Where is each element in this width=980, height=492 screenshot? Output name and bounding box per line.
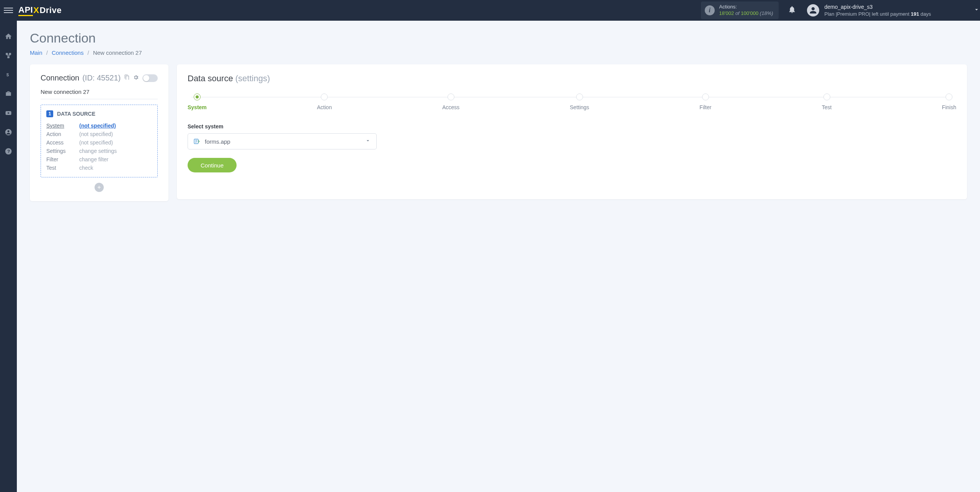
ds-row-value: (not specified) [79,139,152,146]
svg-point-6 [8,130,10,132]
data-source-title: DATA SOURCE [57,111,95,117]
step-label: Finish [942,104,956,110]
panel-heading: Data source (settings) [188,74,956,84]
actions-label: Actions: [719,4,773,10]
copy-icon[interactable] [124,74,130,82]
add-destination-button[interactable]: + [95,183,104,192]
continue-button[interactable]: Continue [188,158,237,172]
data-source-rows: System(not specified)Action(not specifie… [46,123,152,171]
svg-rect-1 [9,53,11,55]
connection-id: (ID: 45521) [82,74,121,82]
nav-video-icon[interactable] [4,109,13,117]
wizard-stepper: SystemActionAccessSettingsFilterTestFini… [188,93,956,110]
svg-rect-0 [6,53,8,55]
user-block[interactable]: demo_apix-drive_s3 Plan |Premium PRO| le… [825,3,931,17]
nav-account-icon[interactable] [4,128,13,136]
left-sidebar: $ ? [0,21,17,492]
connection-summary-card: Connection (ID: 45521) New connection 27… [30,64,168,201]
step-label: Action [317,104,332,110]
connection-toggle[interactable] [142,74,158,82]
data-source-settings-card: Data source (settings) SystemActionAcces… [177,64,967,199]
step-finish[interactable]: Finish [942,93,956,110]
actions-usage-box[interactable]: i Actions: 18'002 of 100'000 (18%) [701,2,779,19]
ds-row-key: Action [46,131,79,137]
ds-row-value: change filter [79,156,152,162]
step-dot [823,93,830,100]
system-select[interactable]: forms.app [188,133,377,149]
system-select-value: forms.app [205,138,360,145]
svg-rect-2 [8,56,10,58]
nav-help-icon[interactable]: ? [4,147,13,156]
step-label: Test [822,104,832,110]
step-filter[interactable]: Filter [699,93,711,110]
connection-name: New connection 27 [41,89,158,99]
nav-connections-icon[interactable] [4,51,13,60]
ds-row-value[interactable]: (not specified) [79,123,152,129]
ds-row-value: check [79,165,152,171]
step-dot [702,93,709,100]
step-dot [576,93,583,100]
app-header: APIXDrive i Actions: 18'002 of 100'000 (… [0,0,980,21]
user-plan: Plan |Premium PRO| left until payment 19… [825,11,931,18]
forms-app-icon [193,138,200,145]
step-action[interactable]: Action [317,93,332,110]
ds-row-key: Access [46,139,79,146]
step-dot [946,93,952,100]
step-test[interactable]: Test [822,93,832,110]
menu-toggle-button[interactable] [4,6,13,15]
ds-row-key[interactable]: System [46,123,79,129]
ds-row-value: (not specified) [79,131,152,137]
logo-text-x: X [33,5,39,15]
step-label: Access [442,104,459,110]
data-source-badge: 1 [46,110,53,117]
ds-row-key: Test [46,165,79,171]
user-menu-chevron-icon[interactable] [931,6,973,15]
user-name: demo_apix-drive_s3 [825,3,931,11]
breadcrumb-current: New connection 27 [93,49,142,56]
ds-row-value: change settings [79,148,152,154]
svg-text:?: ? [7,149,10,154]
step-access[interactable]: Access [442,93,459,110]
data-source-box: 1 DATA SOURCE System(not specified)Actio… [41,105,158,177]
ds-row-key: Settings [46,148,79,154]
step-label: System [188,104,207,110]
nav-briefcase-icon[interactable] [4,90,13,98]
nav-billing-icon[interactable]: $ [4,71,13,79]
main-content: Connection Main / Connections / New conn… [17,21,980,492]
ds-row-key: Filter [46,156,79,162]
step-label: Filter [699,104,711,110]
info-icon: i [705,5,715,15]
connection-heading: Connection [41,74,79,82]
gear-icon[interactable] [133,74,139,82]
chevron-down-icon [365,138,371,145]
step-label: Settings [570,104,590,110]
app-logo[interactable]: APIXDrive [18,5,62,16]
step-dot [448,93,454,100]
breadcrumb: Main / Connections / New connection 27 [30,49,967,56]
nav-home-icon[interactable] [4,32,13,41]
step-settings[interactable]: Settings [570,93,590,110]
step-dot [321,93,328,100]
page-title: Connection [30,31,967,46]
logo-text-post: Drive [39,5,62,15]
step-dot [194,93,201,100]
user-avatar-icon[interactable] [807,4,819,16]
breadcrumb-main[interactable]: Main [30,49,42,56]
notifications-icon[interactable] [788,5,796,15]
step-system[interactable]: System [188,93,207,110]
logo-text-pre: API [18,5,33,16]
svg-text:$: $ [7,72,9,77]
select-system-label: Select system [188,123,956,130]
breadcrumb-connections[interactable]: Connections [52,49,83,56]
actions-value: 18'002 of 100'000 (18%) [719,10,773,17]
